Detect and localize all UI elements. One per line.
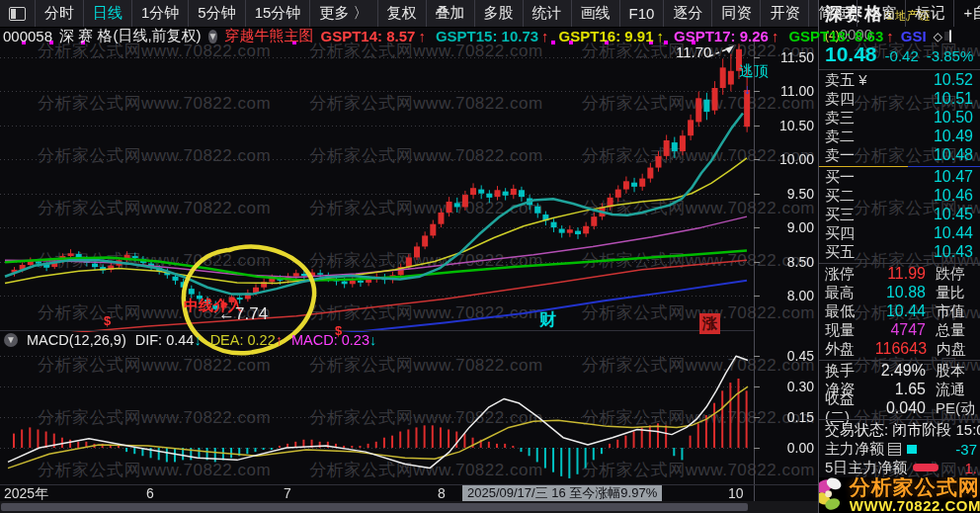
month-label[interactable]: 10 [728,485,744,501]
buy-level-row: 买一10.47 [819,168,980,187]
axis-divider [754,40,755,501]
dea-reading: DEA: 0.22↑ [210,332,283,348]
menu-item-小窗[interactable]: 小窗 [858,0,906,27]
scrollbar-thumb[interactable] [1,503,748,511]
main-net-flow-label: 主力净额 [825,440,884,459]
menu-item-更多 〉[interactable]: 更多 〉 [310,0,377,27]
menu-item-+自选[interactable]: +自选 [954,0,980,27]
price-tick-label: 11.50 [760,49,817,65]
stat-label-clipped: 市值 [936,302,980,321]
menu-item-开资[interactable]: 开资 [761,0,809,27]
menu-item-5分钟[interactable]: 5分钟 [189,0,245,27]
month-label[interactable]: 7 [284,485,291,501]
price-tick: 9.00 [754,219,817,235]
flower-logo-icon [819,477,848,513]
price-tick: 8.00 [754,288,817,303]
indicator-reading: GSPT16: 9.91↑ [559,28,664,44]
brand-watermark: 分析家公式网 WWW.70822.COM [819,477,980,513]
net-flow-5d-row: 5日主力净额1. [819,459,980,477]
sell-level-label: 卖三 [825,109,855,128]
stat-label: 现量 [825,321,876,340]
sell-level-label: 卖四 [825,90,855,109]
macd-header: ▼ MACD(12,26,9) DIF: 0.44↓ DEA: 0.22↑ MA… [0,331,755,348]
menu-item-复权[interactable]: 复权 [378,0,427,27]
menu-item-15分钟[interactable]: 15分钟 [246,0,311,27]
buy-level-label: 买四 [825,224,855,243]
menu-item-简框[interactable]: 简框 [809,0,858,27]
menu-item-统计[interactable]: 统计 [524,0,572,27]
macd-chart-canvas[interactable] [0,348,754,484]
top-menu-bar: 分时日线1分钟5分钟15分钟更多 〉 复权叠加多股统计画线F10逐分同资开资简框… [0,0,818,28]
main-net-flow-value: -37 [955,441,977,458]
diamond-icon[interactable]: ◇ [934,30,942,43]
indicator-label: GSPT15: 10.73 [436,28,538,44]
indicator-label: GSPT17: 9.26 [674,28,769,44]
price-tick: 8.50 [754,254,817,270]
price-tick: 10.50 [754,118,817,133]
stat-value: 1.65 [876,381,936,398]
menu-item-1分钟[interactable]: 1分钟 [132,0,189,27]
buy-level-price: 10.47 [934,168,973,186]
macd-arrow-icon: ↓ [369,332,376,348]
macd-tick-label: 0.45 [760,348,817,364]
buy-level-label: 买一 [825,168,855,187]
quote-panel: 深赛格①地产链(4)0000 10.48 -0.42 -3.85% 卖五 ¥10… [818,0,980,513]
stat-label-clipped: 内盘 [937,340,980,359]
sell-buy-divider [819,166,980,167]
menu-item-叠加[interactable]: 叠加 [427,0,475,27]
stock-code: 000058 [3,28,52,44]
month-label[interactable]: 6 [146,485,154,501]
split-window-icon[interactable] [949,30,951,43]
price-tick-label: 8.50 [760,254,817,270]
red-legend-swatch [913,464,939,471]
price-chart-canvas[interactable] [0,40,754,332]
menu-item-日线[interactable]: 日线 [84,0,132,27]
macd-tick: 0.30 [754,379,817,394]
menu-item-画线[interactable]: 画线 [572,0,620,27]
layout-toggle-button[interactable] [0,0,36,27]
stat-label-clipped: PE(动 [936,399,980,418]
chevron-down-icon[interactable]: ▼ [208,30,218,43]
menu-item-多股[interactable]: 多股 [475,0,524,27]
menu-item-分时[interactable]: 分时 [36,0,84,27]
price-tick: 11.00 [754,83,817,99]
indicator-values-group: GSPT14: 8.57↑GSPT15: 10.73↑GSPT16: 9.91↑… [320,28,893,44]
stat-label: 外盘 [825,340,875,359]
buy-level-label: 买二 [825,187,855,206]
price-tick-label: 9.50 [760,186,817,202]
menu-item-同资[interactable]: 同资 [712,0,761,27]
chart-scrollbar[interactable] [0,501,818,513]
list-icon[interactable] [888,443,901,456]
menu-item-F10[interactable]: F10 [620,0,665,27]
stat-value: 4747 [876,321,936,339]
collapse-icon[interactable]: ▼ [4,333,18,347]
price-tick: 9.50 [754,186,817,202]
sell-level-row: 卖三10.50 [819,109,980,128]
stat-value: 11.99 [876,265,936,283]
dif-arrow-icon: ↓ [194,332,201,348]
stat-value: 116643 [875,340,937,358]
sell-level-label: 卖二 [825,128,855,146]
price-tick-label: 9.00 [760,219,817,235]
menu-item-逐分[interactable]: 逐分 [664,0,712,27]
sell-level-price: 10.48 [934,146,973,164]
overlay-indicator-name[interactable]: 穿越牛熊主图 [224,27,313,45]
macd-title[interactable]: MACD(12,26,9) [27,332,126,348]
stat-label: 换手 [825,362,876,381]
divider [819,69,980,70]
sell-level-label: 卖一 [825,146,855,165]
dif-reading: DIF: 0.44↓ [135,332,202,348]
menu-item-标记[interactable]: 标记 [906,0,954,27]
indicator-reading: GSPT15: 10.73↑ [436,28,549,44]
layout-icon [9,7,26,21]
month-label[interactable]: 8 [438,485,446,501]
macd-reading: MACD: 0.23↓ [291,332,376,348]
brand-name: 分析家公式网 [850,477,980,498]
price-tick-label: 8.00 [760,288,817,303]
indicator-label: GSPT18: 8.63 [788,28,883,44]
buy-level-price: 10.45 [934,206,973,223]
sell-level-price: 10.51 [934,90,973,108]
stat-label-clipped: 流通 [936,381,980,399]
price-tick-label: 10.00 [760,151,817,167]
quote-body: 卖五 ¥10.52卖四10.51卖三10.50卖二10.49卖一10.48买一1… [819,71,980,477]
